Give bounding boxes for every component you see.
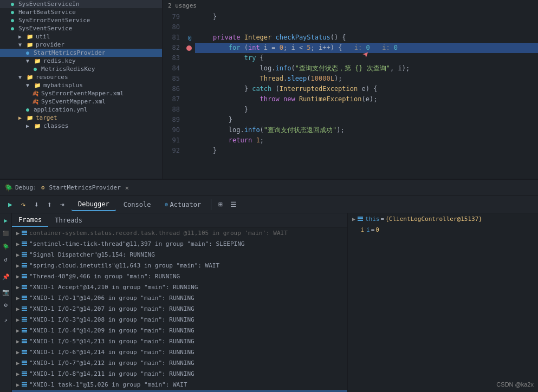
- tree-item-heart-beat-service[interactable]: ● HeartBeatService: [0, 8, 162, 16]
- tree-item-classes[interactable]: ▶ 📁 classes: [0, 122, 162, 130]
- step-out-button[interactable]: ⬆: [43, 199, 55, 211]
- tree-item-target[interactable]: ▶ 📁 target: [0, 114, 162, 122]
- frame-lines-icon: [22, 241, 27, 246]
- rerun-side-icon[interactable]: ↺: [1, 254, 11, 264]
- tab-frames[interactable]: Frames: [12, 213, 48, 227]
- gutter-91[interactable]: [184, 135, 195, 146]
- gutter-81[interactable]: @: [184, 32, 195, 43]
- camera-icon[interactable]: 📷: [1, 287, 11, 297]
- run-to-cursor-button[interactable]: ⇥: [56, 199, 68, 211]
- tree-item-metrics-redis-key[interactable]: ● MetricsRedisKey: [0, 65, 162, 73]
- stop-side-icon[interactable]: ⬛: [1, 228, 11, 238]
- expand-icon: ▶: [16, 371, 20, 377]
- expand-icon: ▶: [16, 295, 20, 301]
- frames-tabs: Frames Threads: [12, 213, 347, 227]
- tree-item-util[interactable]: ▶ 📁 util: [0, 32, 162, 41]
- tab-threads[interactable]: Threads: [48, 213, 89, 227]
- class-icon: ●: [9, 9, 16, 15]
- frame-item-xnio-io4[interactable]: ▶ "XNIO-1 I/O-4"@14,209 in group "main":…: [12, 325, 347, 336]
- tab-debugger[interactable]: Debugger: [72, 198, 116, 211]
- frame-item-signal[interactable]: ▶ "Signal Dispatcher"@15,154: RUNNING: [12, 249, 347, 260]
- settings-side-icon[interactable]: ⚙: [1, 300, 11, 310]
- var-item-this[interactable]: ▶ this = {ClientLogController@15137}: [348, 213, 538, 224]
- tree-label: HeartBeatService: [18, 9, 76, 16]
- frame-item-0[interactable]: ▶ container-system.status.record.task.th…: [12, 227, 347, 238]
- tree-item-sys-error-event-mapper[interactable]: 🍂 SysErrorEventMapper.xml: [0, 89, 162, 97]
- frame-lines-icon: [22, 306, 27, 311]
- gutter-84[interactable]: [184, 63, 195, 74]
- frame-item-sentinel[interactable]: ▶ "sentinel-time-tick-thread"@11,397 in …: [12, 238, 347, 249]
- expand-icon: ▶: [16, 252, 20, 258]
- variables-panel: ▶ this = {ClientLogController@15137} i i…: [348, 213, 538, 392]
- tree-label: resources: [36, 74, 68, 81]
- tree-item-redis-key[interactable]: ▼ 📁 redis.key: [0, 57, 162, 65]
- frame-lines-icon: [22, 274, 27, 278]
- gutter-92[interactable]: [184, 146, 195, 156]
- frame-item-spring-cloud[interactable]: ▶ "spring.cloud.inetutils"@11,643 in gro…: [12, 260, 347, 271]
- tree-item-resources[interactable]: ▼ 📁 resources: [0, 73, 162, 81]
- frame-item-xnio-task2[interactable]: ▶ "XNIO-1 task-2"@18,139 in group "main"…: [12, 390, 347, 392]
- frame-item-xnio-io3[interactable]: ▶ "XNIO-1 I/O-3"@14,208 in group "main":…: [12, 314, 347, 325]
- tree-label: util: [36, 33, 50, 40]
- frame-item-xnio-io7[interactable]: ▶ "XNIO-1 I/O-7"@14,212 in group "main":…: [12, 357, 347, 368]
- gutter-90[interactable]: [184, 125, 195, 135]
- step-into-button[interactable]: ⬇: [30, 199, 42, 211]
- debug-close-button[interactable]: ✕: [125, 184, 129, 192]
- frame-item-xnio-io6[interactable]: ▶ "XNIO-1 I/O-6"@14,214 in group "main":…: [12, 347, 347, 357]
- play-side-icon[interactable]: ▶: [1, 215, 11, 225]
- debug-toolbar: ▶ ↷ ⬇ ⬆ ⇥ Debugger Console ⚙Actuator ⊞ ☰: [0, 196, 538, 213]
- gutter-88[interactable]: [184, 104, 195, 115]
- xml-icon: 🍂: [31, 99, 39, 104]
- frame-item-xnio-task1[interactable]: ▶ "XNIO-1 task-1"@15,026 in group "main"…: [12, 379, 347, 390]
- gutter-83[interactable]: [184, 53, 195, 63]
- pin-icon[interactable]: 📌: [1, 272, 11, 282]
- tree-item-sys-event-service[interactable]: ● SysEventService: [0, 24, 162, 32]
- folder-icon: 📁: [34, 58, 41, 64]
- frames-list: ▶ container-system.status.record.task.th…: [12, 227, 347, 392]
- frame-lines-icon: [22, 361, 27, 365]
- frame-item-xnio-io2[interactable]: ▶ "XNIO-1 I/O-2"@14,207 in group "main":…: [12, 303, 347, 314]
- line-numbers: 79 80 81 82 83 84 85 86 87 88 89 90 91 9…: [163, 11, 184, 179]
- expand-icon: ▶: [16, 230, 20, 236]
- resume-button[interactable]: ▶: [4, 199, 16, 211]
- gutter-87[interactable]: [184, 94, 195, 104]
- frame-item-xnio-accept[interactable]: ▶ "XNIO-1 Accept"@14,210 in group "main"…: [12, 282, 347, 292]
- tree-item-sys-event-mapper[interactable]: 🍂 SysEventMapper.xml: [0, 97, 162, 106]
- code-line-92: }: [195, 146, 538, 156]
- tree-label: SysEventServiceIn: [18, 1, 80, 8]
- gutter-82-breakpoint[interactable]: [184, 43, 195, 53]
- tree-item-sys-event-service-in[interactable]: ● SysEventServiceIn: [0, 0, 162, 8]
- step-over-button[interactable]: ↷: [17, 199, 29, 211]
- frame-lines-icon: [22, 296, 27, 300]
- layout-grid-button[interactable]: ⊞: [215, 199, 226, 211]
- var-item-i[interactable]: i i = 0: [348, 224, 538, 235]
- frame-item-xnio-io8[interactable]: ▶ "XNIO-1 I/O-8"@14,211 in group "main":…: [12, 368, 347, 379]
- layout-list-button[interactable]: ☰: [228, 199, 239, 211]
- tab-console[interactable]: Console: [117, 199, 158, 211]
- tree-item-provider[interactable]: ▼ 📁 provider: [0, 41, 162, 49]
- gutter-85[interactable]: [184, 74, 195, 84]
- tree-label: SysErrorEventMapper.xml: [41, 90, 124, 97]
- tab-actuator[interactable]: ⚙Actuator: [158, 199, 208, 211]
- gutter-79[interactable]: [184, 12, 195, 22]
- code-line-85: Thread . sleep ( 10000L );: [195, 74, 538, 84]
- frame-item-thread40[interactable]: ▶ "Thread-40"@9,466 in group "main": RUN…: [12, 271, 347, 282]
- extend-icon[interactable]: ↗: [1, 315, 11, 325]
- tree-item-start-metrics-provider[interactable]: ● StartMetricsProvider: [0, 49, 162, 57]
- tree-item-sys-error-event-service[interactable]: ● SysErrorEventService: [0, 16, 162, 24]
- gutter-80[interactable]: [184, 22, 195, 32]
- tree-item-mybatisplus[interactable]: ▼ 📁 mybatisplus: [0, 81, 162, 89]
- chevron-down-icon: ▼: [16, 74, 24, 80]
- chevron-right-icon: ▶: [16, 34, 24, 40]
- gutter-89[interactable]: [184, 115, 195, 125]
- debug-side-btn[interactable]: 🪲: [1, 241, 11, 251]
- gutter-86[interactable]: [184, 84, 195, 94]
- code-line-84: log. info ( "查询支付状态，第 {} 次查询" , i);: [195, 63, 538, 74]
- frame-item-xnio-io1[interactable]: ▶ "XNIO-1 I/O-1"@14,206 in group "main":…: [12, 292, 347, 303]
- frame-lines-icon: [22, 339, 27, 343]
- frame-item-xnio-io5[interactable]: ▶ "XNIO-1 I/O-5"@14,213 in group "main":…: [12, 336, 347, 347]
- tree-item-application-yml[interactable]: ● application.yml: [0, 106, 162, 114]
- class-icon: ●: [31, 66, 39, 72]
- frame-lines-icon: [22, 252, 27, 257]
- frame-lines-icon: [22, 382, 27, 387]
